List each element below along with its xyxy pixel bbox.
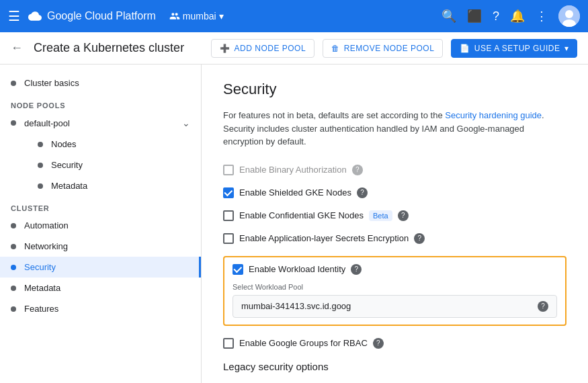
node-pools-section-label: NODE POOLS xyxy=(0,93,201,112)
binary-auth-option: Enable Binary Authorization ? xyxy=(223,165,566,175)
binary-auth-checkbox[interactable] xyxy=(223,165,234,175)
main-layout: Cluster basics NODE POOLS default-pool ⌄… xyxy=(0,65,588,383)
secondbar: ← Create a Kubernetes cluster ➕ ADD NODE… xyxy=(0,32,588,65)
rbac-help-icon[interactable]: ? xyxy=(373,338,384,349)
menu-icon[interactable]: ☰ xyxy=(8,8,20,24)
dot-icon xyxy=(38,163,43,168)
svg-point-1 xyxy=(565,10,573,18)
dot-icon xyxy=(11,120,16,126)
workload-identity-help-icon[interactable]: ? xyxy=(351,264,362,275)
cloud-icon xyxy=(28,9,42,23)
confidential-gke-help-icon[interactable]: ? xyxy=(398,210,409,221)
sidebar-item-label: Cluster basics xyxy=(24,78,79,88)
sidebar-item-label: Metadata xyxy=(24,283,60,293)
notification-icon[interactable]: 🔔 xyxy=(510,9,525,24)
help-icon[interactable]: ? xyxy=(493,9,499,24)
sidebar-item-label: Networking xyxy=(24,241,68,251)
sidebar-item-label: Nodes xyxy=(51,139,77,149)
sidebar-item-metadata[interactable]: Metadata xyxy=(0,278,201,298)
remove-icon: 🗑 xyxy=(331,44,340,53)
app-layer-checkbox[interactable] xyxy=(223,233,234,244)
hardening-guide-link[interactable]: Security hardening guide xyxy=(445,110,542,120)
setup-guide-label: USE A SETUP GUIDE xyxy=(474,44,560,53)
search-icon[interactable]: 🔍 xyxy=(442,9,456,24)
add-icon: ➕ xyxy=(220,44,230,53)
doc-icon: 📄 xyxy=(460,44,470,53)
cloud-shell-icon[interactable]: ⬛ xyxy=(467,9,482,24)
dot-icon xyxy=(11,265,16,270)
workload-identity-checkbox[interactable] xyxy=(233,264,243,275)
dot-icon xyxy=(11,223,16,228)
sidebar-item-label: Metadata xyxy=(51,181,87,191)
confidential-gke-checkbox[interactable] xyxy=(223,210,234,221)
shielded-gke-checkbox[interactable] xyxy=(223,187,234,198)
workload-identity-option: Enable Workload Identity ? xyxy=(233,264,557,275)
sidebar-item-nodes[interactable]: Nodes xyxy=(0,134,201,155)
sidebar-item-features[interactable]: Features xyxy=(0,298,201,319)
sidebar-item-label: Automation xyxy=(24,220,69,230)
content-area: Security For features not in beta, defau… xyxy=(202,65,588,383)
rbac-checkbox[interactable] xyxy=(223,338,234,349)
sidebar-item-label: Security xyxy=(24,262,56,272)
pool-value: mumbai-341413.svc.id.goog xyxy=(241,301,532,311)
dot-icon xyxy=(11,81,16,86)
remove-node-pool-button[interactable]: 🗑 REMOVE NODE POOL xyxy=(323,39,443,58)
content-title: Security xyxy=(223,81,566,98)
app-layer-option: Enable Application-layer Secrets Encrypt… xyxy=(223,233,566,244)
app-layer-help-icon[interactable]: ? xyxy=(414,233,425,244)
legacy-title: Legacy security options xyxy=(223,361,566,372)
sidebar-item-label: Security xyxy=(51,160,83,170)
shielded-gke-label: Enable Shielded GKE Nodes xyxy=(239,187,351,198)
workload-identity-box: Enable Workload Identity ? Select Worklo… xyxy=(223,256,566,326)
sidebar-item-default-pool[interactable]: default-pool ⌄ xyxy=(0,112,201,134)
chevron-up-icon: ⌄ xyxy=(182,118,190,128)
topbar: ☰ Google Cloud Platform mumbai ▾ 🔍 ⬛ ? 🔔… xyxy=(0,0,588,32)
content-description: For features not in beta, defaults are s… xyxy=(223,109,566,148)
shielded-gke-help-icon[interactable]: ? xyxy=(357,187,368,198)
back-button[interactable]: ← xyxy=(11,41,23,55)
topbar-actions: 🔍 ⬛ ? 🔔 ⋮ xyxy=(442,5,580,27)
sidebar-item-security[interactable]: Security xyxy=(0,257,201,278)
workload-identity-label: Enable Workload Identity xyxy=(249,264,345,274)
more-options-icon[interactable]: ⋮ xyxy=(536,9,548,24)
cluster-section-label: CLUSTER xyxy=(0,196,201,215)
dot-icon xyxy=(11,244,16,249)
add-node-pool-label: ADD NODE POOL xyxy=(235,44,306,53)
remove-node-pool-label: REMOVE NODE POOL xyxy=(344,44,435,53)
project-chevron: ▾ xyxy=(219,11,224,22)
sidebar-item-label: default-pool xyxy=(24,118,70,128)
sidebar-item-label: Features xyxy=(24,304,58,314)
app-logo: Google Cloud Platform xyxy=(28,9,156,23)
project-name: mumbai xyxy=(183,11,216,22)
binary-auth-label: Enable Binary Authorization xyxy=(239,165,347,175)
shielded-gke-option: Enable Shielded GKE Nodes ? xyxy=(223,187,566,198)
rbac-label: Enable Google Groups for RBAC xyxy=(239,338,368,348)
binary-auth-help-icon[interactable]: ? xyxy=(352,165,363,175)
page-title: Create a Kubernetes cluster xyxy=(34,41,203,55)
beta-badge: Beta xyxy=(369,210,392,221)
add-node-pool-button[interactable]: ➕ ADD NODE POOL xyxy=(211,39,314,58)
confidential-gke-option: Enable Confidential GKE Nodes Beta ? xyxy=(223,210,566,221)
sidebar-item-node-metadata[interactable]: Metadata xyxy=(0,175,201,196)
confidential-gke-label: Enable Confidential GKE Nodes xyxy=(239,210,364,220)
pool-help-icon[interactable]: ? xyxy=(538,301,548,312)
pool-value-row: mumbai-341413.svc.id.goog ? xyxy=(233,295,557,318)
dot-icon xyxy=(11,306,16,312)
project-icon xyxy=(169,11,180,22)
project-selector[interactable]: mumbai ▾ xyxy=(169,11,224,22)
sidebar: Cluster basics NODE POOLS default-pool ⌄… xyxy=(0,65,202,383)
sidebar-item-cluster-basics[interactable]: Cluster basics xyxy=(0,73,201,93)
sidebar-item-networking[interactable]: Networking xyxy=(0,236,201,257)
avatar[interactable] xyxy=(558,5,580,27)
rbac-option: Enable Google Groups for RBAC ? xyxy=(223,338,566,349)
dot-icon xyxy=(38,142,43,147)
setup-chevron-icon: ▾ xyxy=(564,44,569,53)
dot-icon xyxy=(11,286,16,291)
pool-label: Select Workload Pool xyxy=(233,283,557,291)
sidebar-item-automation[interactable]: Automation xyxy=(0,215,201,236)
logo-text: Google Cloud Platform xyxy=(47,10,156,22)
setup-guide-button[interactable]: 📄 USE A SETUP GUIDE ▾ xyxy=(451,39,577,58)
sidebar-item-node-security[interactable]: Security xyxy=(0,155,201,175)
workload-pool-section: Select Workload Pool mumbai-341413.svc.i… xyxy=(233,283,557,318)
dot-icon xyxy=(38,183,43,189)
